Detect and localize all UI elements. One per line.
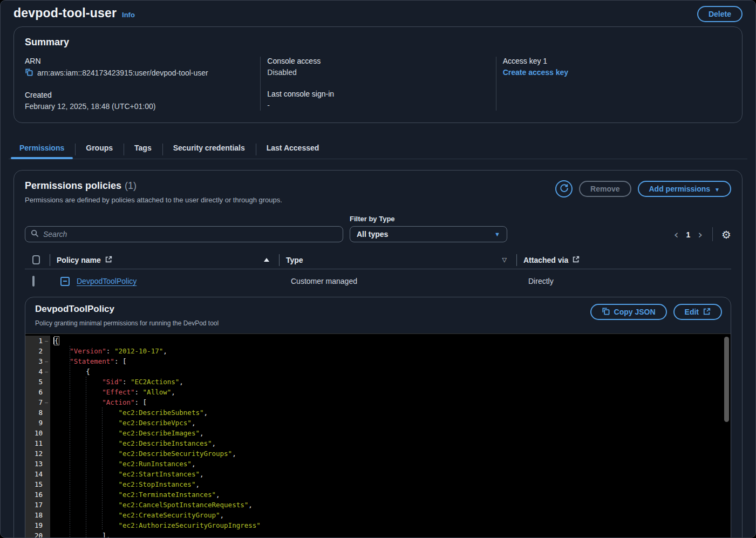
divider bbox=[712, 227, 713, 241]
policy-name-link[interactable]: DevpodToolPolicy bbox=[77, 277, 137, 285]
iam-user-page: devpod-tool-user Info Delete Summary ARN bbox=[0, 0, 756, 538]
code-lines: 1–{2 "Version": "2012-10-17",3– "Stateme… bbox=[25, 336, 731, 538]
fold-marker-icon[interactable]: – bbox=[43, 366, 50, 377]
filter-row: Filter by Type All types ▼ ‹ 1 › ⚙ bbox=[25, 215, 731, 242]
last-signin-label: Last console sign-in bbox=[267, 90, 487, 98]
code-line: 6 "Effect": "Allow", bbox=[25, 387, 731, 397]
policy-table-row: DevpodToolPolicy Customer managed Direct… bbox=[25, 269, 731, 293]
tabs-bar: Permissions Groups Tags Security credent… bbox=[9, 139, 747, 159]
access-key-label: Access key 1 bbox=[503, 57, 723, 65]
code-line: 14 "ec2:StartInstances", bbox=[25, 469, 731, 479]
search-box[interactable] bbox=[25, 226, 343, 242]
code-line: 2 "Version": "2012-10-17", bbox=[25, 346, 731, 356]
console-access-value: Disabled bbox=[267, 68, 487, 77]
page-title: devpod-tool-user bbox=[13, 6, 117, 21]
code-line: 13 "ec2:RunInstances", bbox=[25, 459, 731, 469]
created-field: Created February 12, 2025, 18:48 (UTC+01… bbox=[25, 91, 251, 111]
sort-ascending-icon[interactable] bbox=[264, 258, 269, 262]
code-line: 9 "ec2:DescribeVpcs", bbox=[25, 418, 731, 428]
summary-col-2: Console access Disabled Last console sig… bbox=[260, 57, 495, 111]
policy-detail-panel: DevpodToolPolicy Policy granting minimal… bbox=[25, 297, 731, 538]
settings-gear-icon[interactable]: ⚙ bbox=[721, 228, 731, 242]
tab-groups[interactable]: Groups bbox=[75, 139, 124, 159]
search-icon bbox=[31, 229, 39, 240]
external-link-icon bbox=[703, 308, 711, 317]
indent-guide bbox=[86, 377, 86, 538]
policy-json-editor[interactable]: 1–{2 "Version": "2012-10-17",3– "Stateme… bbox=[25, 333, 731, 538]
indent-guide bbox=[102, 407, 103, 530]
select-all-checkbox[interactable] bbox=[32, 255, 40, 264]
policies-table: Policy name Type ▽ Attache bbox=[25, 251, 731, 293]
summary-panel: Summary ARN arn:aws:iam::824173423915:us… bbox=[13, 26, 743, 123]
attached-via-cell: Directly bbox=[516, 277, 731, 285]
fold-marker-icon[interactable]: – bbox=[43, 336, 50, 346]
attached-via-header: Attached via bbox=[516, 251, 731, 269]
policy-detail-description: Policy granting minimal permissions for … bbox=[35, 319, 219, 327]
tab-security-credentials[interactable]: Security credentials bbox=[162, 139, 256, 159]
policy-name-header[interactable]: Policy name bbox=[50, 251, 279, 269]
summary-title: Summary bbox=[25, 37, 731, 48]
add-permissions-button[interactable]: Add permissions ▼ bbox=[638, 181, 732, 197]
code-line: 7– "Action": [ bbox=[25, 397, 731, 407]
permissions-policies-panel: Permissions policies(1) Permissions are … bbox=[13, 170, 743, 538]
created-label: Created bbox=[25, 91, 251, 99]
table-header-row: Policy name Type ▽ Attache bbox=[25, 251, 731, 269]
remove-button[interactable]: Remove bbox=[579, 181, 631, 197]
arn-value: arn:aws:iam::824173423915:user/devpod-to… bbox=[37, 69, 208, 77]
copy-json-button[interactable]: Copy JSON bbox=[590, 304, 667, 320]
type-filter-select[interactable]: All types ▼ bbox=[350, 226, 507, 242]
next-page-button[interactable]: › bbox=[698, 229, 703, 240]
console-access-field: Console access Disabled bbox=[267, 57, 487, 77]
access-key-field: Access key 1 Create access key bbox=[503, 57, 723, 77]
summary-col-1: ARN arn:aws:iam::824173423915:user/devpo… bbox=[25, 57, 260, 111]
copy-icon bbox=[602, 307, 610, 317]
page-header: devpod-tool-user Info Delete bbox=[1, 1, 755, 26]
row-checkbox[interactable] bbox=[32, 276, 35, 287]
search-input[interactable] bbox=[43, 230, 337, 239]
policy-detail-title: DevpodToolPolicy bbox=[35, 304, 219, 315]
header-checkbox-cell bbox=[25, 251, 50, 269]
filter-by-type-label: Filter by Type bbox=[350, 215, 507, 223]
created-value: February 12, 2025, 18:48 (UTC+01:00) bbox=[25, 102, 251, 111]
code-line: 5 "Sid": "EC2Actions", bbox=[25, 377, 731, 387]
summary-col-3: Access key 1 Create access key bbox=[496, 57, 731, 111]
copy-icon[interactable] bbox=[25, 68, 33, 78]
external-link-icon bbox=[573, 256, 580, 264]
edit-button[interactable]: Edit bbox=[673, 304, 722, 320]
page-number: 1 bbox=[686, 230, 690, 239]
chevron-down-icon: ▼ bbox=[714, 187, 720, 193]
create-access-key-link[interactable]: Create access key bbox=[503, 68, 568, 77]
code-line: 8 "ec2:DescribeSubnets", bbox=[25, 407, 731, 418]
refresh-button[interactable] bbox=[555, 180, 573, 198]
editor-scrollbar[interactable] bbox=[724, 337, 729, 422]
code-line: 4– { bbox=[25, 366, 731, 377]
tab-tags[interactable]: Tags bbox=[124, 139, 162, 159]
collapse-row-icon[interactable] bbox=[60, 277, 70, 286]
code-line: 10 "ec2:DescribeImages", bbox=[25, 428, 731, 438]
policies-title: Permissions policies(1) bbox=[25, 180, 282, 192]
policies-count: (1) bbox=[125, 180, 137, 191]
code-line: 19 "ec2:AuthorizeSecurityGroupIngress" bbox=[25, 520, 731, 530]
policy-type-cell: Customer managed bbox=[279, 277, 516, 285]
filter-triangle-icon[interactable]: ▽ bbox=[502, 256, 507, 263]
indent-guide bbox=[70, 346, 70, 538]
arn-field: ARN arn:aws:iam::824173423915:user/devpo… bbox=[25, 57, 251, 78]
code-line: 17 "ec2:CancelSpotInstanceRequests", bbox=[25, 500, 731, 510]
tab-permissions[interactable]: Permissions bbox=[9, 139, 75, 159]
tab-last-accessed[interactable]: Last Accessed bbox=[256, 139, 330, 159]
fold-marker-icon[interactable]: – bbox=[43, 356, 50, 366]
code-line: 12 "ec2:DescribeSecurityGroups", bbox=[25, 448, 731, 459]
type-filter-value: All types bbox=[357, 230, 388, 239]
info-link[interactable]: Info bbox=[122, 11, 135, 19]
previous-page-button[interactable]: ‹ bbox=[674, 229, 679, 240]
arn-label: ARN bbox=[25, 57, 251, 65]
last-signin-field: Last console sign-in - bbox=[267, 90, 487, 110]
policies-description: Permissions are defined by policies atta… bbox=[25, 196, 282, 204]
type-header[interactable]: Type ▽ bbox=[279, 251, 516, 269]
code-line: 16 "ec2:TerminateInstances", bbox=[25, 489, 731, 500]
fold-marker-icon[interactable]: – bbox=[43, 397, 50, 407]
external-link-icon bbox=[105, 256, 112, 264]
code-line: 15 "ec2:StopInstances", bbox=[25, 479, 731, 489]
delete-button[interactable]: Delete bbox=[697, 6, 743, 22]
last-signin-value: - bbox=[267, 101, 487, 110]
